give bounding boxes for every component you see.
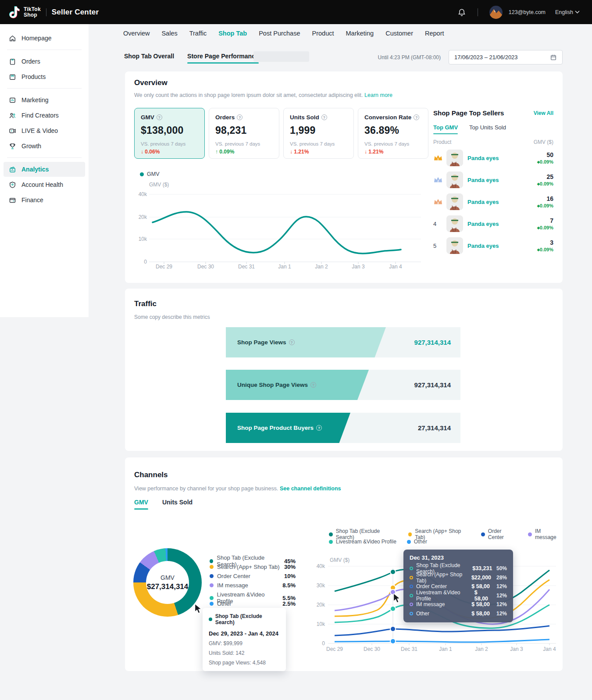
- tab-traffic[interactable]: Traffic: [189, 30, 207, 37]
- bar-chart-icon: [9, 166, 16, 173]
- gmv-trend-line-chart[interactable]: [149, 191, 421, 268]
- help-icon[interactable]: ?: [157, 114, 162, 120]
- down-arrow-icon: ↓: [290, 149, 292, 155]
- metric-delta: ↓ 0.06%: [141, 149, 198, 155]
- help-icon[interactable]: ?: [321, 114, 327, 120]
- sidebar-item-find-creators[interactable]: Find Creators: [4, 108, 85, 123]
- user-avatar[interactable]: [489, 6, 503, 19]
- donut-legend-item[interactable]: Order Center10%: [210, 573, 296, 579]
- tab-overview[interactable]: Overview: [123, 30, 150, 37]
- table-row[interactable]: 5 Panda eyes 3 ◆0.09%: [433, 236, 553, 256]
- sidebar-item-analytics[interactable]: Analytics: [4, 162, 85, 177]
- tooltip-series-title: Shop Tab (Exclude Search): [209, 613, 280, 625]
- people-icon: [9, 112, 16, 119]
- metric-value: 36.89%: [364, 125, 422, 136]
- series-order-center: [335, 626, 549, 636]
- user-email[interactable]: 123@byte.com: [509, 9, 546, 15]
- rank-number: 5: [433, 243, 446, 249]
- tab-top-units-sold[interactable]: Top Units Sold: [469, 124, 506, 134]
- sidebar-item-orders[interactable]: Orders: [4, 54, 85, 69]
- subtab-shop-tab-overall[interactable]: Shop Tab Overall: [124, 53, 174, 64]
- tab-marketing[interactable]: Marketing: [346, 30, 374, 37]
- metric-card-orders[interactable]: Orders? 98,231 VS. previous 7 days ↑ 0.0…: [209, 108, 279, 159]
- donut-tooltip: Shop Tab (Exclude Search) Dec 29, 2023 -…: [203, 608, 286, 671]
- table-row[interactable]: 2 Panda eyes 25 ◆0.09%: [433, 170, 553, 190]
- sidebar-item-marketing[interactable]: Marketing: [4, 93, 85, 107]
- notification-bell-icon[interactable]: [457, 8, 466, 17]
- help-icon[interactable]: ?: [310, 382, 316, 388]
- donut-legend-item[interactable]: IM message8.5%: [210, 582, 296, 589]
- x-axis-ticks: Dec 29 Dec 30 Dec 31 Jan 1 Jan 2 Jan 3 J…: [149, 264, 421, 271]
- box-icon: [9, 73, 16, 81]
- learn-more-link[interactable]: Learn more: [364, 92, 392, 98]
- view-all-link[interactable]: View All: [534, 110, 553, 116]
- shield-icon: [9, 181, 16, 189]
- legend-item[interactable]: IM message: [528, 528, 563, 540]
- legend-item[interactable]: Order Center: [481, 528, 517, 540]
- table-row[interactable]: 1 Panda eyes 50 ◆0.09%: [433, 148, 553, 168]
- tab-report[interactable]: Report: [425, 30, 444, 37]
- down-arrow-icon: ↓: [364, 149, 367, 155]
- product-image: [446, 237, 463, 254]
- metric-card-conversion-rate[interactable]: Conversion Rate? 36.89% VS. previous 7 d…: [358, 108, 428, 159]
- help-icon[interactable]: ?: [289, 339, 295, 345]
- top-sellers-header-row: Product GMV ($): [433, 139, 553, 145]
- sidebar-item-live-video[interactable]: LIVE & Video: [4, 123, 85, 138]
- home-icon: [9, 35, 16, 42]
- help-icon[interactable]: ?: [237, 114, 243, 120]
- date-range-picker[interactable]: 17/06/2023 – 21/06/2023: [449, 50, 563, 64]
- table-row[interactable]: 4 Panda eyes 7 ◆0.09%: [433, 214, 553, 234]
- channels-panel: Channels View performance by channel for…: [125, 457, 563, 671]
- tooltip-units-sold: Units Sold: 142: [209, 650, 280, 656]
- up-arrow-icon: ↑: [215, 149, 218, 155]
- channel-definitions-link[interactable]: See channel definitions: [280, 486, 341, 492]
- product-name-link[interactable]: Panda eyes: [467, 199, 499, 205]
- product-name-link[interactable]: Panda eyes: [467, 177, 499, 183]
- table-row[interactable]: 3 Panda eyes 16 ◆0.09%: [433, 192, 553, 212]
- legend-item[interactable]: Other: [407, 539, 427, 545]
- funnel-bar: Shop Page Product Buyers?: [226, 413, 350, 443]
- tab-gmv[interactable]: GMV: [134, 499, 148, 510]
- tab-units-sold[interactable]: Units Sold: [162, 499, 193, 510]
- delta-badge: ◆0.09%: [537, 181, 553, 186]
- funnel-value: 927,314,314: [414, 327, 451, 357]
- tab-top-gmv[interactable]: Top GMV: [433, 124, 458, 134]
- redacted-subtab-placeholder[interactable]: [253, 51, 309, 62]
- subtab-store-page-performance[interactable]: Store Page Performance: [187, 53, 259, 64]
- help-icon[interactable]: ?: [316, 425, 322, 431]
- product-name-link[interactable]: Panda eyes: [467, 155, 499, 161]
- funnel-value: 927,314,314: [414, 370, 451, 400]
- sidebar-item-products[interactable]: Products: [4, 69, 85, 84]
- tab-customer[interactable]: Customer: [385, 30, 413, 37]
- metric-card-gmv[interactable]: GMV? $138,000 VS. previous 7 days ↓ 0.06…: [134, 108, 205, 159]
- product-name-link[interactable]: Panda eyes: [467, 243, 499, 249]
- funnel-row-shop-page-views[interactable]: Shop Page Views? 927,314,314: [226, 327, 460, 357]
- sidebar-item-homepage[interactable]: Homepage: [4, 31, 85, 46]
- language-selector[interactable]: English: [555, 9, 580, 15]
- tab-shop-tab[interactable]: Shop Tab: [218, 30, 247, 37]
- metric-card-units-sold[interactable]: Units Sold? 1,999 VS. previous 7 days ↓ …: [283, 108, 354, 159]
- line-chart-legend-row: Livestream &Video Profile Other: [329, 539, 427, 545]
- tooltip-shop-page-views: Shop page Views: 4,548: [209, 660, 280, 666]
- donut-legend-item[interactable]: Other2.5%: [210, 600, 296, 607]
- delta-badge: ◆0.09%: [537, 159, 553, 164]
- tab-product[interactable]: Product: [312, 30, 334, 37]
- traffic-subtitle: Some copy describe this metrics: [134, 314, 210, 320]
- metric-value: 98,231: [215, 125, 273, 136]
- tiktok-shop-logo[interactable]: TikTok Shop: [9, 6, 41, 19]
- funnel-row-unique-shop-page-views[interactable]: Unique Shop Page Views? 927,314,314: [226, 370, 460, 400]
- tab-sales[interactable]: Sales: [161, 30, 177, 37]
- funnel-row-shop-page-product-buyers[interactable]: Shop Page Product Buyers? 27,314,314: [226, 413, 460, 443]
- product-name-link[interactable]: Panda eyes: [467, 221, 499, 227]
- gmv-donut-chart[interactable]: GMV $27,314,314: [133, 548, 202, 617]
- donut-legend-item[interactable]: Search (App+ Shop Tab)30%: [210, 564, 296, 570]
- tab-post-purchase[interactable]: Post Purchase: [259, 30, 300, 37]
- top-sellers-tabs: Top GMV Top Units Sold: [433, 124, 506, 134]
- sidebar-item-finance[interactable]: Finance: [4, 193, 85, 207]
- help-icon[interactable]: ?: [414, 114, 419, 120]
- sidebar-item-account-health[interactable]: Account Health: [4, 177, 85, 192]
- gmv-value: 16: [537, 195, 553, 202]
- top-bar: TikTok Shop Seller Center 123@byte.com E…: [0, 0, 592, 24]
- legend-item[interactable]: Livestream &Video Profile: [329, 539, 396, 545]
- sidebar-item-growth[interactable]: Growth: [4, 139, 85, 154]
